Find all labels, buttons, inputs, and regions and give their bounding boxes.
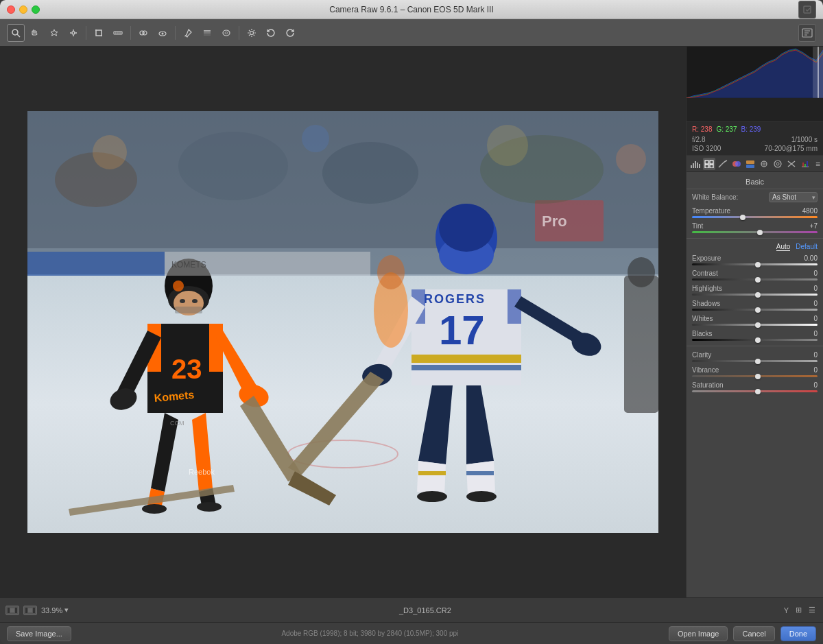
shadows-thumb[interactable] <box>755 307 761 313</box>
contrast-slider[interactable] <box>692 278 818 281</box>
histogram-area <box>687 47 823 122</box>
tab-fx[interactable] <box>785 158 798 170</box>
graduated-filter-tool[interactable] <box>198 24 216 42</box>
tint-slider[interactable] <box>692 231 818 233</box>
svg-text:ROGERS: ROGERS <box>424 292 486 306</box>
temperature-slider[interactable] <box>692 216 818 218</box>
tab-basic[interactable] <box>703 158 715 170</box>
title-bar-right <box>798 1 816 19</box>
white-balance-tool[interactable] <box>45 24 63 42</box>
auto-default-row: Auto Default <box>687 241 823 252</box>
svg-rect-107 <box>25 608 27 613</box>
histogram-chart <box>687 47 823 98</box>
spot-removal-tool[interactable] <box>134 24 152 42</box>
clarity-slider[interactable] <box>692 360 818 362</box>
redeye-tool[interactable] <box>154 24 171 42</box>
tab-histogram[interactable] <box>689 158 702 170</box>
toolbar-right <box>798 24 816 42</box>
tab-calibrate[interactable] <box>799 158 811 170</box>
svg-line-2 <box>17 34 20 37</box>
whites-slider[interactable] <box>692 324 818 326</box>
wb-select[interactable]: As Shot Auto Daylight Cloudy Shade Tungs… <box>769 192 818 202</box>
clarity-thumb[interactable] <box>755 359 761 364</box>
vibrance-thumb[interactable] <box>755 374 761 379</box>
blacks-thumb[interactable] <box>755 337 761 343</box>
wb-select-wrap[interactable]: As Shot Auto Daylight Cloudy Shade Tungs… <box>769 192 818 202</box>
preferences-button[interactable] <box>243 24 261 42</box>
whites-thumb[interactable] <box>755 322 761 328</box>
crop-tool[interactable] <box>90 24 108 42</box>
tab-split-tone[interactable] <box>744 158 756 170</box>
tab-lens[interactable] <box>772 158 784 170</box>
clarity-row: Clarity 0 <box>687 349 823 364</box>
svg-point-97 <box>776 163 779 165</box>
tint-label: Tint <box>692 222 703 230</box>
filmstrip-btn-y[interactable]: Y <box>782 605 791 616</box>
highlights-slider[interactable] <box>692 294 818 296</box>
saturation-row: Saturation 0 <box>687 379 823 394</box>
save-to-icon[interactable] <box>798 1 816 19</box>
tab-tone-curve[interactable] <box>717 158 729 170</box>
auto-link[interactable]: Auto <box>776 243 791 251</box>
clarity-value: 0 <box>797 351 818 359</box>
svg-point-43 <box>173 281 184 291</box>
straighten-tool[interactable] <box>109 24 127 42</box>
svg-rect-48 <box>412 355 521 363</box>
filmstrip-bar: 33.9% ▾ _D3_0165.CR2 Y ⊞ ☰ <box>0 597 823 622</box>
zoom-chevron[interactable]: ▾ <box>64 606 69 615</box>
hand-tool[interactable] <box>26 24 44 42</box>
shadows-row: Shadows 0 <box>687 298 823 313</box>
temperature-thumb[interactable] <box>740 215 746 220</box>
rotate-cw-button[interactable] <box>281 24 299 42</box>
filmstrip-btn-grid[interactable]: ⊞ <box>794 604 804 616</box>
cancel-button[interactable]: Cancel <box>733 626 774 641</box>
blacks-slider[interactable] <box>692 339 818 341</box>
temperature-row: Temperature 4800 <box>687 205 823 220</box>
exposure-slider[interactable] <box>692 263 818 265</box>
saturation-thumb[interactable] <box>755 389 761 394</box>
color-profile-info: Adobe RGB (1998); 8 bit; 3980 by 2840 (1… <box>77 630 663 637</box>
save-image-button[interactable]: Save Image... <box>7 626 71 641</box>
svg-point-3 <box>72 32 75 34</box>
color-sampler-tool[interactable] <box>64 24 82 42</box>
svg-rect-91 <box>746 160 754 164</box>
svg-text:Pro: Pro <box>542 213 567 230</box>
minimize-button[interactable] <box>19 5 27 14</box>
divider-2 <box>687 346 823 346</box>
blacks-label: Blacks <box>692 330 712 337</box>
open-image-button[interactable]: Open Image <box>669 626 728 641</box>
saturation-slider[interactable] <box>692 390 818 392</box>
filmstrip-btn-list[interactable]: ☰ <box>807 604 818 616</box>
done-button[interactable]: Done <box>780 626 816 641</box>
tab-hsl[interactable] <box>730 158 743 170</box>
action-bar: Save Image... Adobe RGB (1998); 8 bit; 3… <box>0 622 823 644</box>
tab-detail[interactable] <box>758 158 770 170</box>
rotate-ccw-button[interactable] <box>262 24 280 42</box>
highlights-thumb[interactable] <box>755 292 761 298</box>
close-button[interactable] <box>7 5 15 14</box>
camera-info-2: ISO 3200 70-200@175 mm <box>692 145 818 152</box>
default-link[interactable]: Default <box>796 243 818 251</box>
adjustment-brush-tool[interactable] <box>179 24 197 42</box>
exposure-thumb[interactable] <box>755 262 761 267</box>
filmstrip-icon-2[interactable] <box>23 606 37 615</box>
shadows-slider[interactable] <box>692 309 818 311</box>
toolbar-separator-2 <box>130 26 131 40</box>
svg-point-65 <box>322 142 418 204</box>
open-object-button[interactable] <box>798 24 816 42</box>
contrast-thumb[interactable] <box>755 277 761 283</box>
radial-filter-tool[interactable] <box>217 24 235 42</box>
highlights-label: Highlights <box>692 285 722 292</box>
vibrance-slider[interactable] <box>692 375 818 377</box>
svg-point-64 <box>178 132 288 200</box>
main-content: 23 Komets <box>0 47 823 597</box>
zoom-tool[interactable] <box>7 24 25 42</box>
window-title: Camera Raw 9.6.1 – Canon EOS 5D Mark III <box>329 5 493 14</box>
filmstrip-icon-1[interactable] <box>5 606 19 615</box>
maximize-button[interactable] <box>32 5 40 14</box>
panel-menu-icon[interactable]: ≡ <box>815 159 820 169</box>
exposure-label: Exposure <box>692 254 721 262</box>
tint-thumb[interactable] <box>757 230 763 235</box>
tint-row: Tint +7 <box>687 220 823 235</box>
right-panel: R: 238 G: 237 B: 239 f/2.8 1/1000 s ISO … <box>686 47 823 597</box>
